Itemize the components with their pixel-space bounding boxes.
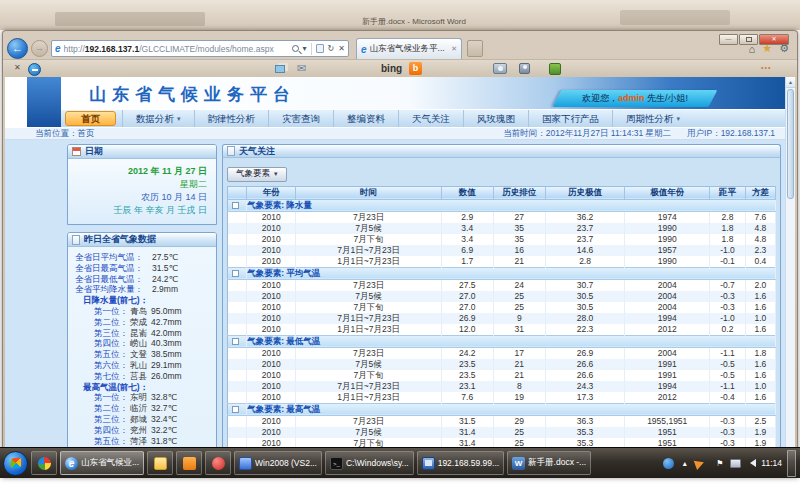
nav-item[interactable]: 风玫瑰图 — [463, 110, 528, 127]
row-cell — [228, 370, 247, 381]
tab-close-icon[interactable] — [451, 45, 457, 53]
group-checkbox[interactable] — [232, 406, 239, 413]
group-checkbox[interactable] — [232, 270, 239, 277]
table-cell: 30.7 — [545, 279, 624, 291]
nav-item[interactable]: 灾害查询 — [268, 110, 333, 127]
element-select-button[interactable]: 气象要素 — [227, 167, 287, 182]
close-button[interactable] — [759, 34, 789, 45]
nav-item[interactable]: 整编资料 — [333, 110, 398, 127]
volume-icon[interactable] — [746, 459, 756, 467]
taskbar-button[interactable] — [176, 451, 202, 475]
messenger-bird-icon[interactable] — [694, 456, 711, 470]
group-checkbox[interactable] — [232, 338, 239, 345]
scroll-up-arrow[interactable] — [786, 77, 795, 88]
network-icon[interactable] — [730, 459, 741, 468]
taskbar-button[interactable]: 新手册.docx -... — [507, 451, 591, 475]
table-cell: 1.6 — [745, 302, 775, 313]
mail-icon[interactable] — [297, 62, 306, 75]
table-cell: 2004 — [625, 302, 710, 313]
rank-line: 第五位：文登38.5mm — [68, 349, 216, 360]
new-tab-button[interactable] — [467, 40, 483, 57]
minimize-button[interactable] — [719, 34, 738, 45]
table-cell: 2004 — [625, 347, 710, 359]
table-cell: -1.0 — [710, 313, 746, 324]
table-cell: 2010 — [247, 381, 296, 392]
group-header-row[interactable]: 气象要素: 降水量 — [228, 199, 776, 211]
more-options-icon[interactable] — [761, 64, 771, 71]
table-row: 20101月1日~7月23日12.03122.320120.21.6 — [228, 324, 776, 336]
show-hidden-icons-button[interactable] — [679, 458, 690, 469]
stat-line: 全省日平均气温：27.5℃ — [68, 252, 216, 263]
addon-puzzle-icon[interactable] — [549, 63, 561, 75]
stat-section-header: 日降水量(前七)： — [68, 295, 216, 306]
search-icon[interactable] — [292, 45, 299, 52]
chevron-down-icon[interactable] — [303, 44, 307, 53]
rank-line: 第五位：菏泽31.8℃ — [68, 436, 216, 447]
table-cell: 6.9 — [441, 245, 493, 256]
table-cell: 30.5 — [545, 291, 624, 302]
cards-icon[interactable] — [275, 65, 285, 73]
nav-item[interactable]: 天气关注 — [398, 110, 463, 127]
rank-label: 第三位： — [68, 414, 130, 425]
back-button[interactable] — [7, 38, 28, 59]
address-bar[interactable]: e http://192.168.137.1/GLCCLIMATE/module… — [51, 40, 349, 57]
start-button[interactable] — [3, 451, 28, 476]
table-cell: 14.6 — [545, 245, 624, 256]
tab-title: 山东省气候业务平... — [370, 43, 449, 55]
group-header-row[interactable]: 气象要素: 最低气温 — [228, 335, 776, 347]
maximize-button[interactable] — [739, 34, 758, 45]
table-cell: 7月23日 — [296, 279, 441, 291]
toolbar-close-icon[interactable] — [14, 63, 21, 72]
taskbar-button[interactable]: 192.168.59.99... — [417, 451, 504, 475]
rank-label: 第二位： — [68, 317, 130, 328]
taskbar-button[interactable]: Win2008 (VS2... — [234, 451, 322, 475]
taskbar-button[interactable] — [31, 451, 57, 475]
table-cell: 28.0 — [545, 313, 624, 324]
addon-minus-icon[interactable] — [28, 63, 41, 76]
rank-label: 第六位： — [68, 360, 130, 371]
station-name: 郯城 — [130, 414, 147, 425]
nav-item[interactable]: 国家下行产品 — [528, 110, 612, 127]
nav-item[interactable]: 周期性分析 — [612, 110, 693, 127]
taskbar-button[interactable] — [147, 451, 173, 475]
table-cell: 2.8 — [710, 211, 746, 223]
group-checkbox-cell — [228, 199, 247, 211]
table-cell: 2012 — [625, 392, 710, 404]
nav-item[interactable]: 韵律性分析 — [194, 110, 269, 127]
nav-item[interactable]: 首页 — [65, 111, 116, 126]
refresh-icon[interactable] — [328, 44, 335, 53]
taskbar-button[interactable]: C:\Windows\sy... — [325, 451, 414, 475]
chevron-down-icon — [177, 110, 181, 128]
station-value: 32.7℃ — [151, 403, 177, 414]
forward-button[interactable] — [31, 40, 48, 57]
action-center-flag-icon[interactable] — [714, 458, 725, 469]
table-cell: 7月1日~7月23日 — [296, 381, 441, 392]
group-header-row[interactable]: 气象要素: 平均气温 — [228, 267, 776, 279]
table-cell: 2010 — [247, 256, 296, 268]
stop-icon[interactable] — [338, 44, 345, 53]
table-cell: 35.3 — [545, 427, 624, 438]
notification-app-icon[interactable] — [663, 458, 674, 469]
station-name: 兖州 — [130, 425, 147, 436]
person-icon[interactable] — [519, 63, 530, 74]
compatibility-view-icon[interactable] — [316, 44, 324, 53]
taskbar-button[interactable]: 山东省气候业... — [60, 451, 144, 475]
group-checkbox[interactable] — [232, 202, 239, 209]
bing-search-icon[interactable]: b — [409, 62, 422, 75]
browser-tab[interactable]: e 山东省气候业务平... — [356, 38, 462, 59]
scrollbar-thumb[interactable] — [787, 89, 794, 199]
taskbar-button[interactable] — [205, 451, 231, 475]
camera-icon[interactable] — [493, 63, 507, 74]
page-scrollbar[interactable] — [785, 77, 795, 478]
stat-line: 全省日最低气温：24.2℃ — [68, 274, 216, 285]
rank-line: 第一位：东明32.8℃ — [68, 392, 216, 403]
nav-item[interactable]: 数据分析 — [122, 110, 194, 127]
taskbar-clock[interactable]: 11:14 — [761, 458, 782, 468]
table-row: 20107月下旬23.52126.61991-0.51.6 — [228, 370, 776, 381]
table-cell: 2010 — [247, 223, 296, 234]
group-header-row[interactable]: 气象要素: 最高气温 — [228, 403, 776, 415]
calendar-icon — [72, 147, 81, 156]
table-row: 20107月5候3.43523.719901.84.8 — [228, 223, 776, 234]
show-desktop-button[interactable] — [787, 450, 796, 477]
table-cell: 2010 — [247, 347, 296, 359]
